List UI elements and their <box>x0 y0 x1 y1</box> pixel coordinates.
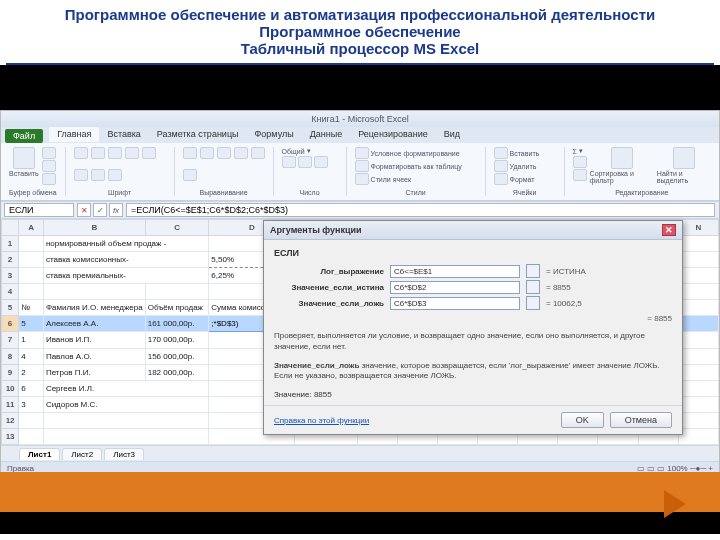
cell-A9[interactable]: 2 <box>19 364 44 380</box>
border-icon[interactable] <box>74 169 88 181</box>
cell-A4[interactable] <box>19 284 44 300</box>
sheet-tab-1[interactable]: Лист2 <box>62 448 102 460</box>
ribbon-tab-0[interactable]: Главная <box>49 126 99 142</box>
format-cells-button[interactable]: Формат <box>494 173 535 185</box>
cell-N9[interactable] <box>678 364 718 380</box>
format-as-table-button[interactable]: Форматировать как таблицу <box>355 160 462 172</box>
select-all-corner[interactable] <box>2 220 19 236</box>
cell-B13[interactable] <box>43 428 208 444</box>
cell-N1[interactable] <box>678 236 718 252</box>
cell-B2[interactable]: ставка комиссионных- <box>43 252 208 268</box>
insert-cells-button[interactable]: Вставить <box>494 147 540 159</box>
row-header-4[interactable]: 4 <box>2 284 19 300</box>
cell-B11[interactable]: Сидоров М.С. <box>43 396 208 412</box>
align-right-icon[interactable] <box>217 147 231 159</box>
row-header-5[interactable]: 5 <box>2 300 19 316</box>
cell-N10[interactable] <box>678 380 718 396</box>
clear-icon[interactable] <box>573 169 587 181</box>
cell-B8[interactable]: Павлов А.О. <box>43 348 145 364</box>
ribbon-tab-6[interactable]: Вид <box>436 126 468 142</box>
align-center-icon[interactable] <box>200 147 214 159</box>
cell-B1[interactable]: нормированный объем продаж - <box>43 236 208 252</box>
row-header-3[interactable]: 3 <box>2 268 19 284</box>
cell-C9[interactable]: 182 000,00р. <box>145 364 209 380</box>
fill-icon[interactable] <box>573 156 587 168</box>
fill-color-icon[interactable] <box>91 169 105 181</box>
ribbon-tab-5[interactable]: Рецензирование <box>350 126 436 142</box>
file-tab[interactable]: Файл <box>5 129 43 143</box>
range-picker-icon[interactable] <box>526 296 540 310</box>
comma-icon[interactable] <box>314 156 328 168</box>
cell-A12[interactable] <box>19 412 44 428</box>
font-color-icon[interactable] <box>108 169 122 181</box>
cancel-button[interactable]: Отмена <box>610 412 672 428</box>
cell-A11[interactable]: 3 <box>19 396 44 412</box>
cell-N4[interactable] <box>678 284 718 300</box>
conditional-format-button[interactable]: Условное форматирование <box>355 147 460 159</box>
cell-N11[interactable] <box>678 396 718 412</box>
autosum-button[interactable]: Σ ▾ <box>573 147 587 155</box>
ribbon-tab-2[interactable]: Разметка страницы <box>149 126 247 142</box>
cell-N2[interactable] <box>678 252 718 268</box>
row-header-2[interactable]: 2 <box>2 252 19 268</box>
cell-N3[interactable] <box>678 268 718 284</box>
bold-icon[interactable] <box>108 147 122 159</box>
row-header-13[interactable]: 13 <box>2 428 19 444</box>
arg-input-0[interactable]: C6<=$E$1 <box>390 265 520 278</box>
row-header-1[interactable]: 1 <box>2 236 19 252</box>
name-box[interactable]: ЕСЛИ <box>4 203 74 217</box>
font-size-icon[interactable] <box>91 147 105 159</box>
col-header-A[interactable]: A <box>19 220 44 236</box>
indent-icon[interactable] <box>183 169 197 181</box>
cell-C5[interactable]: Объём продаж <box>145 300 209 316</box>
cell-N13[interactable] <box>678 428 718 444</box>
ribbon-tab-1[interactable]: Вставка <box>99 126 148 142</box>
cell-A13[interactable] <box>19 428 44 444</box>
cell-N5[interactable] <box>678 300 718 316</box>
help-link[interactable]: Справка по этой функции <box>274 416 369 425</box>
cell-C8[interactable]: 156 000,00р. <box>145 348 209 364</box>
formula-bar[interactable]: =ЕСЛИ(C6<=$E$1;C6*$D$2;C6*$D$3) <box>126 203 715 217</box>
row-header-7[interactable]: 7 <box>2 332 19 348</box>
cell-A5[interactable]: № <box>19 300 44 316</box>
cell-N6[interactable] <box>678 316 718 332</box>
cell-B7[interactable]: Иванов И.П. <box>43 332 145 348</box>
cell-A3[interactable] <box>19 268 44 284</box>
delete-cells-button[interactable]: Удалить <box>494 160 537 172</box>
percent-icon[interactable] <box>298 156 312 168</box>
cell-N8[interactable] <box>678 348 718 364</box>
close-icon[interactable]: ✕ <box>662 224 676 236</box>
cell-A10[interactable]: 6 <box>19 380 44 396</box>
cell-N7[interactable] <box>678 332 718 348</box>
cancel-formula-icon[interactable]: ✕ <box>77 203 91 217</box>
format-painter-icon[interactable] <box>42 173 56 185</box>
sheet-tab-2[interactable]: Лист3 <box>104 448 144 460</box>
cell-B4[interactable] <box>43 284 145 300</box>
cell-A6[interactable]: 5 <box>19 316 44 332</box>
cell-A1[interactable] <box>19 236 44 252</box>
underline-icon[interactable] <box>142 147 156 159</box>
cell-N12[interactable] <box>678 412 718 428</box>
row-header-9[interactable]: 9 <box>2 364 19 380</box>
number-format-dropdown[interactable]: Общий <box>282 148 305 155</box>
align-left-icon[interactable] <box>183 147 197 159</box>
cell-C4[interactable] <box>145 284 209 300</box>
copy-icon[interactable] <box>42 160 56 172</box>
cell-B6[interactable]: Алексеев А.А. <box>43 316 145 332</box>
col-header-N[interactable]: N <box>678 220 718 236</box>
ribbon-tab-4[interactable]: Данные <box>302 126 351 142</box>
dialog-title-bar[interactable]: Аргументы функции ✕ <box>264 221 682 240</box>
cell-A7[interactable]: 1 <box>19 332 44 348</box>
font-family-icon[interactable] <box>74 147 88 159</box>
merge-icon[interactable] <box>251 147 265 159</box>
find-select-button[interactable]: Найти и выделить <box>657 147 711 184</box>
cell-B12[interactable] <box>43 412 208 428</box>
cell-styles-button[interactable]: Стили ячеек <box>355 173 411 185</box>
cut-icon[interactable] <box>42 147 56 159</box>
col-header-C[interactable]: C <box>145 220 209 236</box>
wrap-text-icon[interactable] <box>234 147 248 159</box>
fx-icon[interactable]: fx <box>109 203 123 217</box>
row-header-12[interactable]: 12 <box>2 412 19 428</box>
cell-C7[interactable]: 170 000,00р. <box>145 332 209 348</box>
cell-C6[interactable]: 161 000,00р. <box>145 316 209 332</box>
